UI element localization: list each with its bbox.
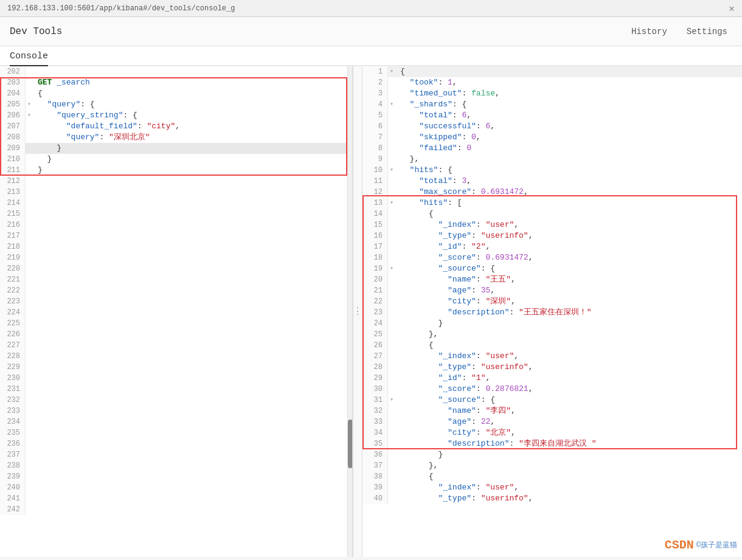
watermark-icon: CSDN: [665, 538, 694, 552]
output-line: 25 },: [362, 329, 742, 340]
editor-line: 235: [0, 427, 352, 438]
editor-line: 212: [0, 176, 352, 187]
line-content: }: [33, 154, 352, 165]
fold-icon[interactable]: ▾: [388, 263, 395, 274]
line-content: "skipped": 0,: [395, 132, 742, 143]
line-number: 3: [362, 88, 388, 99]
line-content: GET _search: [33, 77, 352, 88]
url-bar: 192.168.133.100:5601/app/kibana#/dev_too…: [7, 4, 235, 13]
line-content: "_score": 0.2876821,: [395, 384, 742, 395]
line-number: 207: [0, 121, 26, 132]
fold-icon[interactable]: ▾: [388, 395, 395, 406]
output-line: 28 "_type": "userinfo",: [362, 362, 742, 373]
editor-line: 236: [0, 438, 352, 449]
line-number: 236: [0, 438, 26, 449]
output-line: 24 }: [362, 318, 742, 329]
line-content: "max_score": 0.6931472,: [395, 187, 742, 198]
output-line: 23 "description": "王五家住在深圳！": [362, 307, 742, 318]
line-number: 206: [0, 110, 26, 121]
editor-line: 210 }: [0, 154, 352, 165]
json-output[interactable]: 1▾{2 "took": 1,3 "timed_out": false,4▾ "…: [362, 66, 742, 557]
editor-line: 205▾ "query": {: [0, 99, 352, 110]
line-number: 234: [0, 417, 26, 427]
editor-line: 213: [0, 187, 352, 198]
fold-icon[interactable]: ▾: [388, 99, 395, 110]
fold-icon[interactable]: ▾: [26, 110, 33, 121]
line-content: "query": {: [33, 99, 352, 110]
line-number: 211: [0, 165, 26, 176]
fold-icon[interactable]: ▾: [26, 99, 33, 110]
line-number: 221: [0, 274, 26, 285]
line-number: 36: [362, 449, 388, 460]
line-number: 220: [0, 263, 26, 274]
output-line: 34 "city": "北京",: [362, 427, 742, 438]
editor-line: 226: [0, 329, 352, 340]
output-line: 17 "_id": "2",: [362, 241, 742, 252]
editor-line: 223: [0, 296, 352, 307]
line-number: 30: [362, 384, 388, 395]
fold-icon[interactable]: ▾: [388, 66, 395, 77]
code-editor[interactable]: 202203GET _search204{205▾ "query": {206▾…: [0, 66, 352, 557]
nav-history[interactable]: History: [626, 24, 672, 39]
line-number: 28: [362, 362, 388, 373]
line-content: "_index": "user",: [395, 482, 742, 493]
line-content: "_id": "2",: [395, 241, 742, 252]
line-number: 232: [0, 395, 26, 406]
output-line: 10▾ "hits": {: [362, 165, 742, 176]
line-content: {: [395, 340, 742, 351]
close-icon[interactable]: ✕: [729, 2, 735, 15]
line-number: 16: [362, 230, 388, 241]
editor-line: 220: [0, 263, 352, 274]
line-content: }: [33, 165, 352, 176]
line-content: "hits": {: [395, 165, 742, 176]
output-line: 15 "_index": "user",: [362, 220, 742, 230]
editor-line: 240: [0, 482, 352, 493]
fold-icon[interactable]: ▾: [388, 165, 395, 176]
line-number: 209: [0, 143, 26, 154]
line-number: 213: [0, 187, 26, 198]
line-number: 4: [362, 99, 388, 110]
line-content: "total": 6,: [395, 110, 742, 121]
line-number: 5: [362, 110, 388, 121]
output-line: 9 },: [362, 154, 742, 165]
output-line: 3 "timed_out": false,: [362, 88, 742, 99]
line-number: 15: [362, 220, 388, 230]
line-number: 224: [0, 307, 26, 318]
editor-scrollbar[interactable]: [347, 66, 352, 557]
editor-line: 242: [0, 504, 352, 515]
editor-panel: ▶ 🔧 202203GET _search204{205▾ "query": {…: [0, 66, 353, 557]
dots-icon: ⋮: [353, 307, 362, 317]
editor-scrollbar-thumb: [348, 420, 353, 468]
line-number: 2: [362, 77, 388, 88]
line-number: 1: [362, 66, 388, 77]
panel-divider[interactable]: ⋮: [353, 66, 362, 557]
tab-console[interactable]: Console: [10, 51, 48, 66]
line-number: 214: [0, 198, 26, 209]
main-content: ▶ 🔧 202203GET _search204{205▾ "query": {…: [0, 66, 742, 557]
line-number: 11: [362, 176, 388, 187]
line-content: "_score": 0.6931472,: [395, 252, 742, 263]
line-number: 35: [362, 438, 388, 449]
line-number: 204: [0, 88, 26, 99]
output-line: 1▾{: [362, 66, 742, 77]
line-number: 13: [362, 198, 388, 209]
line-content: {: [33, 88, 352, 99]
line-content: "total": 3,: [395, 176, 742, 187]
fold-icon[interactable]: ▾: [388, 198, 395, 209]
line-number: 231: [0, 384, 26, 395]
nav-settings[interactable]: Settings: [682, 24, 732, 39]
line-content: }: [395, 318, 742, 329]
line-number: 237: [0, 449, 26, 460]
watermark: CSDN ©孩子是蓝猫: [665, 538, 737, 552]
line-number: 212: [0, 176, 26, 187]
line-content: "name": "王五",: [395, 274, 742, 285]
output-line: 11 "total": 3,: [362, 176, 742, 187]
line-content: "_index": "user",: [395, 220, 742, 230]
line-number: 228: [0, 351, 26, 362]
line-number: 240: [0, 482, 26, 493]
output-line: 5 "total": 6,: [362, 110, 742, 121]
line-content: "age": 22,: [395, 417, 742, 427]
line-content: "city": "深圳",: [395, 296, 742, 307]
line-content: "query_string": {: [33, 110, 352, 121]
watermark-text: ©孩子是蓝猫: [696, 540, 737, 550]
